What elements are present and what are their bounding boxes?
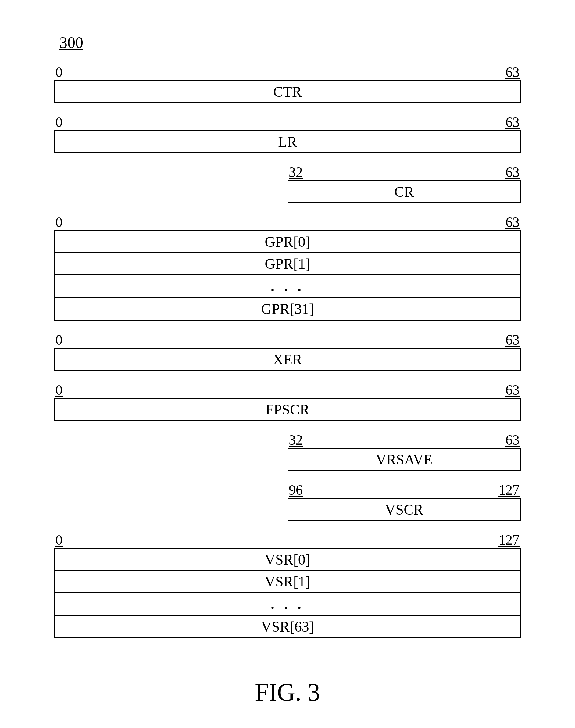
vrsave-bit-start: 32	[289, 432, 303, 448]
cr-register: CR	[288, 180, 521, 203]
ellipsis-icon: . . .	[271, 278, 304, 295]
vrsave-bit-row: 32 63	[288, 432, 521, 448]
xer-bit-start: 0	[56, 332, 63, 348]
vrsave-block: 32 63 VRSAVE	[54, 432, 521, 471]
vsr-array: VSR[0] VSR[1] . . . VSR[63]	[54, 548, 521, 638]
xer-block: 0 63 XER	[54, 332, 521, 370]
vsr-block: 0 127 VSR[0] VSR[1] . . . VSR[63]	[54, 532, 521, 638]
gpr-ellipsis: . . .	[54, 275, 521, 298]
gpr-array: GPR[0] GPR[1] . . . GPR[31]	[54, 230, 521, 321]
gpr-block: 0 63 GPR[0] GPR[1] . . . GPR[31]	[54, 214, 521, 321]
figure-number: 300	[52, 34, 523, 52]
ctr-block: 0 63 CTR	[54, 64, 521, 103]
vsr-0: VSR[0]	[54, 548, 521, 571]
lr-block: 0 63 LR	[54, 114, 521, 153]
fpscr-bit-row: 0 63	[54, 382, 521, 398]
fpscr-block: 0 63 FPSCR	[54, 382, 521, 421]
lr-bit-start: 0	[56, 114, 63, 130]
gpr-0: GPR[0]	[54, 230, 521, 253]
ctr-bit-end: 63	[506, 64, 519, 80]
cr-bit-row: 32 63	[288, 164, 521, 180]
vrsave-register: VRSAVE	[288, 448, 521, 471]
fpscr-register: FPSCR	[54, 398, 521, 421]
figure-page: 300 0 63 CTR 0 63 LR 32 63 C	[0, 0, 575, 728]
vscr-block: 96 127 VSCR	[54, 482, 521, 521]
lr-bit-row: 0 63	[54, 114, 521, 130]
gpr-bit-end: 63	[506, 214, 519, 230]
register-stack: 0 63 CTR 0 63 LR 32 63 CR	[54, 64, 521, 638]
figure-caption: FIG. 3	[52, 678, 523, 707]
cr-block: 32 63 CR	[54, 164, 521, 203]
vrsave-half: 32 63 VRSAVE	[288, 432, 521, 471]
lr-register: LR	[54, 130, 521, 153]
xer-bit-end: 63	[506, 332, 519, 348]
fpscr-bit-start: 0	[56, 382, 63, 398]
xer-bit-row: 0 63	[54, 332, 521, 348]
ellipsis-icon: . . .	[271, 596, 304, 613]
lr-bit-end: 63	[506, 114, 519, 130]
vsr-bit-start: 0	[56, 532, 63, 548]
cr-bit-end: 63	[506, 164, 519, 180]
fpscr-bit-end: 63	[506, 382, 519, 398]
cr-half: 32 63 CR	[288, 164, 521, 203]
vsr-bit-row: 0 127	[54, 532, 521, 548]
ctr-bit-start: 0	[56, 64, 63, 80]
vsr-1: VSR[1]	[54, 571, 521, 593]
cr-bit-start: 32	[289, 164, 303, 180]
gpr-31: GPR[31]	[54, 298, 521, 321]
gpr-bit-start: 0	[56, 214, 63, 230]
vscr-register: VSCR	[288, 498, 521, 521]
vrsave-bit-end: 63	[506, 432, 519, 448]
gpr-1: GPR[1]	[54, 253, 521, 275]
ctr-bit-row: 0 63	[54, 64, 521, 80]
vscr-bit-end: 127	[499, 482, 519, 498]
vscr-bit-start: 96	[289, 482, 303, 498]
gpr-bit-row: 0 63	[54, 214, 521, 230]
vsr-bit-end: 127	[499, 532, 519, 548]
vscr-bit-row: 96 127	[288, 482, 521, 498]
vsr-63: VSR[63]	[54, 616, 521, 638]
xer-register: XER	[54, 348, 521, 370]
vsr-ellipsis: . . .	[54, 593, 521, 616]
vscr-quarter: 96 127 VSCR	[288, 482, 521, 521]
ctr-register: CTR	[54, 80, 521, 103]
